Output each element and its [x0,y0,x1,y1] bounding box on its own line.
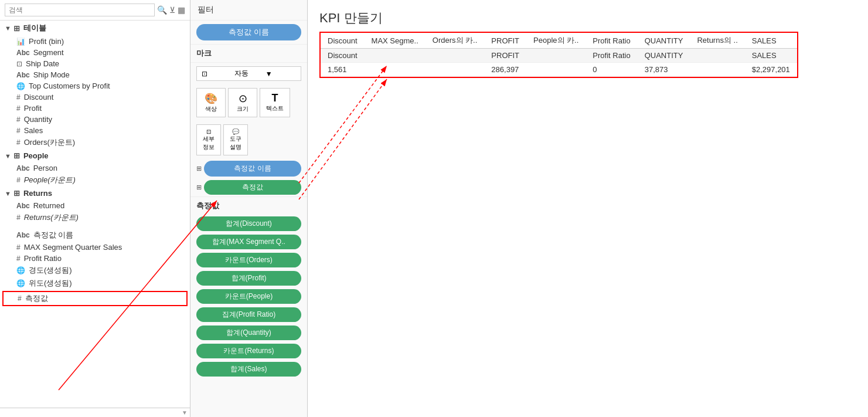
measure-pill-2[interactable]: 카운트(Orders) [196,253,301,267]
sidebar-item-label: People(카운트) [24,175,76,185]
sidebar-item-person[interactable]: Abc Person [0,162,190,174]
cell-max-segment [365,63,426,77]
sidebar-item-latitude[interactable]: 🌐 위도(생성됨) [0,277,190,290]
filter-icon[interactable]: ⊻ [169,5,175,15]
people-section-label: People [23,151,49,160]
measure-pill-3[interactable]: 합계(Profit) [196,271,301,286]
globe-icon: 🌐 [16,82,25,90]
globe-icon3: 🌐 [16,279,25,287]
search-icon[interactable]: 🔍 [157,5,167,15]
subheader-orders [426,49,485,63]
marks-measures-row: ⊞ 측정값 [196,180,301,195]
sidebar: 🔍 ⊻ ▦ ▼ ⊞ 테이블 📊 Profit (bin) Abc Segment… [0,0,190,417]
text-icon: T [272,92,278,104]
sidebar-item-max-segment[interactable]: # MAX Segment Quarter Sales [0,242,190,253]
cell-orders [426,63,485,77]
size-icon: ⊙ [239,92,247,105]
sidebar-scroll: ▼ ⊞ 테이블 📊 Profit (bin) Abc Segment ⊡ Shi… [0,21,190,408]
sidebar-item-label: Discount [24,93,54,101]
sidebar-item-label: Sales [24,126,43,135]
cell-people [526,63,586,77]
hash-icon10: # [18,294,22,303]
auto-dropdown[interactable]: ⊡ 자동 ▼ [196,66,301,81]
sidebar-item-measures-highlighted[interactable]: # 측정값 [2,291,188,306]
col-header-people-count: People의 카.. [526,33,586,49]
size-label: 크기 [237,105,249,113]
sidebar-item-ship-date[interactable]: ⊡ Ship Date [0,58,190,69]
chevron-icon: ▼ [5,25,11,32]
marks-measures-pill[interactable]: 측정값 [204,180,301,195]
sidebar-item-ship-mode[interactable]: Abc Ship Mode [0,69,190,80]
sidebar-item-profit-bin[interactable]: 📊 Profit (bin) [0,36,190,47]
expand-icon[interactable]: ⊞ [196,165,202,172]
abc-icon3: Abc [16,164,30,172]
hash-icon5: # [16,138,21,147]
measure-pill-7[interactable]: 카운트(Returns) [196,344,301,358]
sidebar-item-returns-count[interactable]: # Returns(카운트) [0,211,190,224]
subheader-discount: Discount [321,49,365,63]
expand-icon2[interactable]: ⊞ [196,184,202,191]
measure-pill-6[interactable]: 합계(Quantity) [196,326,301,340]
sidebar-item-discount[interactable]: # Discount [0,91,190,103]
sidebar-item-measure-names[interactable]: Abc 측정값 이름 [0,229,190,242]
tooltip-btn[interactable]: 💬 도구설명 [223,124,248,155]
cell-returns [690,63,744,77]
measure-names-filter-pill[interactable]: 측정값 이름 [196,24,301,40]
table-icon3: ⊞ [13,189,20,198]
col-header-orders-count: Orders의 카.. [426,33,485,49]
hash-icon8: # [16,243,21,252]
sidebar-item-longitude[interactable]: 🌐 경도(생성됨) [0,264,190,277]
table-data-row: 1,561 286,397 0 37,873 $2,297,201 [321,63,797,77]
returns-section-label: Returns [23,189,52,198]
sidebar-item-sales[interactable]: # Sales [0,125,190,136]
cell-sales: $2,297,201 [745,63,797,77]
scroll-indicator: ▼ [182,409,188,416]
sidebar-item-label: Returns(카운트) [24,212,79,223]
bar-chart-icon: 📊 [16,38,25,46]
measure-pill-4[interactable]: 카운트(People) [196,289,301,304]
filter-label: 필터 [198,5,214,14]
people-section-header[interactable]: ▼ ⊞ People [0,149,190,162]
color-btn[interactable]: 🎨 색상 [196,88,226,117]
measures-section-header: 측정값 [190,196,307,215]
marks-measure-names-row: ⊞ 측정값 이름 [196,161,301,177]
cell-profit-ratio: 0 [586,63,637,77]
measures-label: 측정값 [196,201,219,210]
table-subheader-row: Discount PROFIT Profit Ratio QUANTITY SA… [321,49,797,63]
col-header-quantity: QUANTITY [638,33,690,49]
sidebar-item-profit[interactable]: # Profit [0,103,190,114]
main-content: KPI 만들기 Discount MAX Segme.. Orders의 카..… [308,0,868,417]
marks-measure-names-pill[interactable]: 측정값 이름 [204,161,301,177]
hash-icon9: # [16,255,21,263]
sidebar-item-label: Quantity [24,115,52,124]
measure-pill-8[interactable]: 합계(Sales) [196,362,301,377]
data-table-wrapper: Discount MAX Segme.. Orders의 카.. PROFIT … [319,32,798,78]
subheader-profit: PROFIT [484,49,526,63]
returns-section-header[interactable]: ▼ ⊞ Returns [0,187,190,200]
sidebar-item-orders-count[interactable]: # Orders(카운트) [0,136,190,149]
hash-icon: # [16,93,21,101]
size-btn[interactable]: ⊙ 크기 [228,88,257,117]
search-input[interactable] [5,4,155,16]
sidebar-item-label: 측정값 [25,293,48,304]
hash-icon6: # [16,176,21,184]
table-section-label: 테이블 [23,23,46,33]
sidebar-item-label: Profit [24,104,42,113]
measure-pill-5[interactable]: 집계(Profit Ratio) [196,307,301,322]
view-icon[interactable]: ▦ [178,5,185,15]
sidebar-item-quantity[interactable]: # Quantity [0,114,190,125]
text-btn[interactable]: T 텍스트 [260,88,290,117]
sidebar-item-returned[interactable]: Abc Returned [0,200,190,211]
sidebar-item-profit-ratio[interactable]: # Profit Ratio [0,253,190,264]
subheader-quantity: QUANTITY [638,49,690,63]
mark-icons-row2: ⊡ 세부정보 💬 도구설명 [196,124,301,155]
sidebar-item-people-count[interactable]: # People(카운트) [0,174,190,187]
table-section-header[interactable]: ▼ ⊞ 테이블 [0,21,190,36]
hash-icon7: # [16,213,21,222]
sidebar-item-top-customers[interactable]: 🌐 Top Customers by Profit [0,80,190,91]
measure-pill-1[interactable]: 합계(MAX Segment Q.. [196,235,301,249]
subheader-profit-ratio: Profit Ratio [586,49,637,63]
measure-pill-0[interactable]: 합계(Discount) [196,216,301,231]
detail-btn[interactable]: ⊡ 세부정보 [196,124,221,155]
sidebar-item-segment[interactable]: Abc Segment [0,47,190,58]
